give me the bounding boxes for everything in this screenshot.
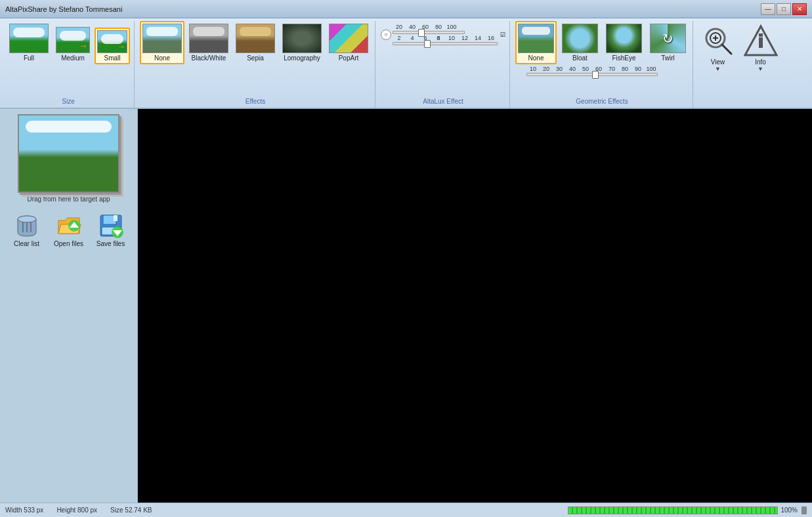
effect-bw-button[interactable]: Black/White	[186, 21, 231, 64]
open-files-button[interactable]: Open files	[49, 209, 89, 249]
altalux-slider-bottom[interactable]	[393, 42, 498, 45]
size-buttons-row: Full → Medium → Small	[7, 21, 130, 64]
scale-2: 2	[393, 35, 406, 41]
info-label: Info	[755, 58, 766, 66]
geo-twirl-label: Twirl	[661, 54, 675, 62]
title-bar: AltaPixShare by Stefano Tommesani — □ ✕	[0, 0, 812, 18]
progress-fill	[568, 507, 777, 514]
clear-list-label: Clear list	[14, 240, 39, 247]
geo-s-40: 40	[566, 66, 579, 72]
left-panel: Drag from here to target app Clear l	[0, 109, 138, 503]
effect-sepia-thumbnail	[236, 24, 275, 53]
effect-bw-label: Black/White	[192, 54, 226, 62]
status-bar: Width 533 px Height 800 px Size 52.74 KB…	[0, 503, 812, 517]
drag-label: Drag from here to target app	[27, 196, 110, 203]
save-files-button[interactable]: Save files	[91, 209, 131, 249]
scale-100: 100	[445, 24, 458, 30]
altalux-top-row: ○ 20 40 60 80 100 2 4 6 8 10	[381, 24, 505, 45]
app-title: AltaPixShare by Stefano Tommesani	[5, 5, 122, 13]
svg-rect-18	[114, 215, 118, 221]
altalux-slider-area: 20 40 60 80 100 2 4 6 8 10 12 14	[393, 24, 498, 45]
effect-bw-thumbnail	[189, 24, 228, 53]
altalux-scale-bottom: 2 4 6 8 10 12 14 16	[393, 35, 498, 41]
view-button[interactable]: View ▼	[698, 21, 737, 73]
geo-s-20: 20	[540, 66, 553, 72]
effect-none-button[interactable]: None	[140, 21, 184, 64]
altalux-knob[interactable]: ○	[381, 30, 391, 40]
geo-slider-handle[interactable]	[592, 71, 599, 79]
geo-fisheye-button[interactable]: FishEye	[603, 21, 645, 64]
save-files-icon	[96, 211, 125, 240]
scale-14: 14	[471, 35, 484, 41]
view-info-section: View ▼ Info ▼	[694, 21, 784, 108]
effects-section: None Black/White Sepia Lomography	[136, 21, 375, 108]
size-full-label: Full	[24, 54, 34, 62]
effects-buttons-row: None Black/White Sepia Lomography	[140, 21, 371, 64]
info-icon	[742, 22, 779, 58]
size-section: Full → Medium → Small Size	[3, 21, 135, 108]
geo-twirl-icon: ↻	[650, 24, 686, 53]
maximize-button[interactable]: □	[777, 3, 791, 15]
effect-none-label: None	[154, 54, 170, 62]
size-full-button[interactable]: Full	[7, 21, 51, 64]
altalux-slider-top[interactable]	[393, 31, 465, 34]
action-buttons: Clear list Open files	[5, 209, 132, 249]
size-full-thumbnail	[9, 24, 49, 53]
close-button[interactable]: ✕	[792, 3, 807, 15]
minimize-button[interactable]: —	[761, 3, 775, 15]
effect-none-thumbnail	[142, 24, 182, 53]
scale-20: 20	[393, 24, 406, 30]
size-small-button[interactable]: → Small	[95, 28, 130, 64]
toolbar: Full → Medium → Small Size	[0, 18, 812, 109]
scale-80: 80	[432, 24, 445, 30]
size-section-label: Size	[62, 96, 74, 105]
scale-12: 12	[458, 35, 471, 41]
geo-fisheye-label: FishEye	[612, 54, 635, 62]
progress-bar	[568, 507, 778, 514]
geo-s-90: 90	[631, 66, 645, 72]
canvas-area	[138, 109, 812, 503]
geo-buttons-row: None Bloat FishEye ↻ Twirl	[515, 21, 689, 64]
geometric-section-label: Geometric Effects	[576, 96, 628, 105]
cloud-decoration	[60, 31, 86, 41]
geo-s-10: 10	[526, 66, 540, 72]
size-small-thumbnail: →	[97, 30, 127, 53]
status-size: Size 52.74 KB	[110, 507, 152, 514]
status-progress: 100%	[165, 507, 807, 514]
altalux-slider-handle-top[interactable]	[418, 29, 425, 37]
geo-bloat-button[interactable]: Bloat	[559, 21, 601, 64]
preview-clouds	[26, 121, 112, 133]
svg-line-2	[722, 45, 731, 54]
scale-10: 10	[445, 35, 458, 41]
effect-popart-button[interactable]: PopArt	[326, 21, 371, 64]
altalux-checkbox-area: ☑	[500, 31, 505, 38]
geo-twirl-button[interactable]: ↻ Twirl	[647, 21, 689, 64]
geo-s-70: 70	[605, 66, 618, 72]
scale-8: 8	[432, 35, 445, 41]
effect-sepia-button[interactable]: Sepia	[233, 21, 278, 64]
geo-slider[interactable]	[526, 73, 658, 76]
view-icon	[700, 22, 736, 58]
info-button[interactable]: Info ▼	[741, 21, 780, 73]
cloud-decoration	[13, 28, 45, 37]
open-files-icon	[54, 211, 83, 240]
geo-s-30: 30	[553, 66, 566, 72]
scale-40: 40	[406, 24, 419, 30]
clear-list-button[interactable]: Clear list	[7, 209, 47, 249]
geo-slider-area: 10 20 30 40 50 60 70 80 90 100	[526, 66, 677, 76]
geo-none-button[interactable]: None	[515, 21, 557, 64]
view-dropdown-arrow: ▼	[715, 66, 721, 72]
effect-popart-label: PopArt	[339, 54, 359, 62]
scroll-indicator[interactable]	[801, 507, 807, 514]
svg-rect-7	[759, 33, 763, 37]
effect-lomo-button[interactable]: Lomography	[280, 21, 324, 64]
altalux-checkbox-icon: ☑	[500, 31, 505, 38]
size-medium-button[interactable]: → Medium	[53, 24, 93, 64]
effect-popart-thumbnail	[329, 24, 368, 53]
open-files-label: Open files	[54, 240, 83, 247]
twirl-symbol: ↻	[662, 31, 673, 47]
altalux-section-label: AltaLux Effect	[423, 96, 463, 105]
geo-none-label: None	[528, 54, 544, 62]
altalux-slider-handle-bottom[interactable]	[424, 40, 431, 48]
svg-rect-6	[759, 37, 763, 48]
